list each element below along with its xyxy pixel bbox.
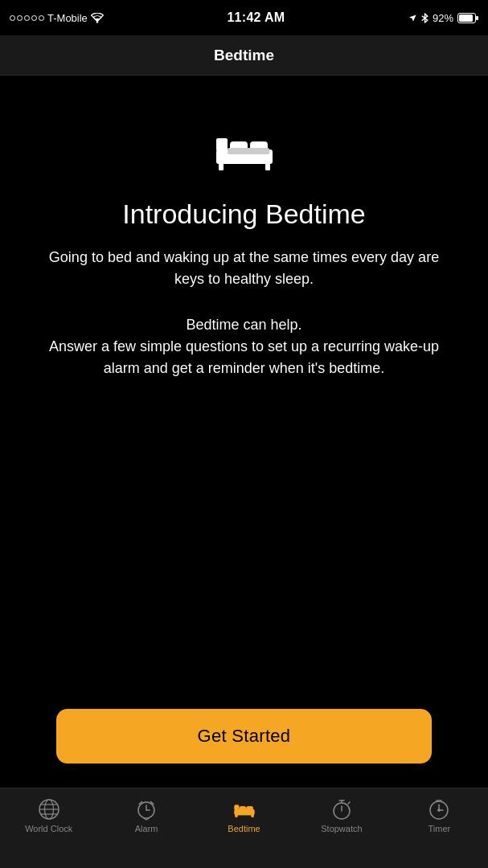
svg-point-33 — [438, 809, 441, 812]
signal-indicator — [10, 15, 44, 21]
battery-percent: 92% — [433, 12, 453, 24]
stopwatch-icon — [330, 798, 353, 821]
signal-dot-5 — [39, 15, 44, 21]
carrier-name: T-Mobile — [47, 12, 88, 24]
svg-line-29 — [348, 802, 350, 804]
bluetooth-icon — [421, 13, 429, 23]
timer-icon — [428, 798, 450, 821]
svg-point-0 — [96, 21, 98, 23]
svg-rect-22 — [246, 807, 252, 810]
tab-timer-label: Timer — [428, 824, 450, 833]
tab-bedtime[interactable]: Bedtime — [195, 798, 293, 833]
svg-rect-24 — [251, 814, 253, 817]
svg-rect-8 — [228, 148, 269, 154]
subtitle-text: Going to bed and waking up at the same t… — [32, 247, 456, 290]
status-bar: T-Mobile 11:42 AM 92% — [0, 0, 488, 35]
svg-rect-3 — [459, 14, 473, 22]
get-started-button[interactable]: Get Started — [56, 709, 432, 764]
signal-dot-1 — [10, 15, 15, 21]
svg-rect-20 — [234, 805, 238, 810]
svg-rect-9 — [219, 162, 223, 170]
signal-dot-2 — [17, 15, 23, 21]
world-clock-icon — [38, 798, 60, 821]
tab-timer[interactable]: Timer — [391, 798, 488, 833]
tab-bedtime-label: Bedtime — [228, 824, 260, 833]
tab-alarm-label: Alarm — [135, 824, 158, 833]
wifi-icon — [91, 13, 104, 23]
bedtime-tab-icon — [233, 798, 256, 821]
main-heading: Introducing Bedtime — [122, 198, 365, 231]
svg-rect-21 — [239, 807, 245, 810]
svg-rect-10 — [265, 162, 270, 170]
battery-icon — [457, 13, 478, 23]
tab-stopwatch-label: Stopwatch — [321, 824, 362, 833]
signal-dot-3 — [24, 15, 30, 21]
main-content: Introducing Bedtime Going to bed and wak… — [0, 76, 488, 788]
bed-illustration — [212, 124, 277, 170]
status-time: 11:42 AM — [227, 10, 285, 25]
bed-icon — [212, 124, 277, 174]
svg-rect-23 — [235, 814, 237, 817]
tab-world-clock-label: World Clock — [25, 824, 72, 833]
location-icon — [408, 14, 417, 23]
tab-alarm[interactable]: Alarm — [97, 798, 195, 833]
description-text: Bedtime can help.Answer a few simple que… — [32, 314, 456, 379]
navigation-bar: Bedtime — [0, 35, 488, 76]
status-right: 92% — [408, 12, 478, 24]
tab-stopwatch[interactable]: Stopwatch — [293, 798, 390, 833]
tab-world-clock[interactable]: World Clock — [0, 798, 97, 833]
svg-rect-5 — [216, 138, 228, 151]
alarm-icon — [135, 798, 158, 821]
status-left: T-Mobile — [10, 12, 104, 24]
nav-title: Bedtime — [214, 47, 274, 64]
svg-rect-2 — [476, 16, 478, 20]
signal-dot-4 — [31, 15, 37, 21]
tab-bar: World Clock Alarm — [0, 788, 488, 868]
